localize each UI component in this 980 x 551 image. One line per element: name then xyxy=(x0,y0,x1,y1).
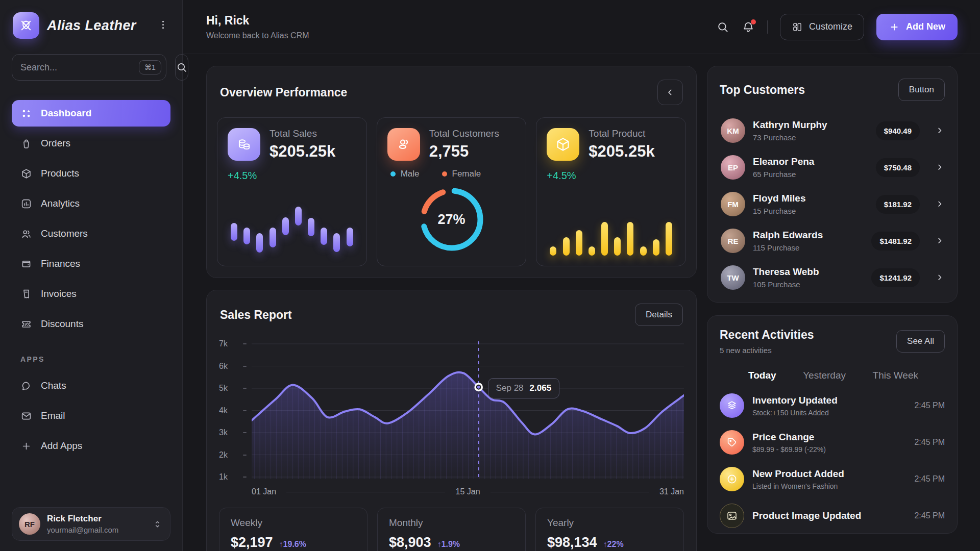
user-meta: Rick Fletcher yourmail@gmail.com xyxy=(47,514,118,534)
layers-icon xyxy=(720,393,744,418)
total-sales-label: Total Sales xyxy=(270,128,335,139)
x-axis-line xyxy=(286,492,445,492)
customer-row[interactable]: RERalph Edwards115 Purchase$1481.92 xyxy=(720,223,945,258)
sidebar-item-orders[interactable]: Orders xyxy=(12,130,170,157)
sales-bar xyxy=(333,233,340,252)
weekly-stat-card: Weekly$2,197↑19.6%Compared to $1,340 las… xyxy=(219,508,368,551)
customer-row[interactable]: FMFloyd Miles15 Purchase$181.92 xyxy=(720,187,945,221)
tag-icon xyxy=(720,430,744,455)
recent-activities-subtitle: 5 new activities xyxy=(720,346,814,355)
search-row: ⌘1 xyxy=(12,54,170,81)
image-icon xyxy=(720,504,744,528)
customize-button[interactable]: Customize xyxy=(780,14,864,40)
product-bar xyxy=(653,239,659,256)
sidebar-item-products[interactable]: Products xyxy=(12,160,170,187)
chevron-right-icon[interactable] xyxy=(935,199,945,209)
sidebar-item-analytics[interactable]: Analytics xyxy=(12,190,170,217)
customer-row[interactable]: TWTheresa Webb105 Purchase$1241.92 xyxy=(720,260,945,295)
y-axis: 7k6k5k4k3k2k1k xyxy=(219,341,252,479)
product-bar xyxy=(563,237,570,256)
top-customers-title: Top Customers xyxy=(720,83,805,97)
total-sales-card: Total Sales $205.25k +4.5% xyxy=(217,117,367,266)
y-tick: 1k xyxy=(219,472,247,482)
y-tick: 2k xyxy=(219,450,247,460)
sidebar-item-label: Finances xyxy=(41,258,80,269)
user-card[interactable]: RF Rick Fletcher yourmail@gmail.com xyxy=(12,507,170,541)
apps-section-label: APPS xyxy=(20,355,162,363)
activity-row[interactable]: Price Change$89.99 - $69.99 (-22%)2:45 P… xyxy=(720,430,945,455)
customer-avatar: EP xyxy=(721,155,745,180)
chevron-right-icon[interactable] xyxy=(935,236,945,246)
activity-title: Inventory Updated xyxy=(752,395,838,406)
product-bar xyxy=(576,230,582,256)
customer-purchases: 15 Purchase xyxy=(753,207,805,215)
user-name: Rick Fletcher xyxy=(47,514,118,524)
box3d-icon xyxy=(20,168,32,180)
sidebar-item-finances[interactable]: Finances xyxy=(12,251,170,277)
overview-title: Overview Performance xyxy=(220,86,347,99)
sidebar-item-customers[interactable]: Customers xyxy=(12,220,170,247)
details-button[interactable]: Details xyxy=(635,304,683,326)
notifications-bell-icon[interactable] xyxy=(742,20,755,34)
search-input[interactable] xyxy=(20,62,139,73)
tooltip-date: Sep 28 xyxy=(496,383,524,393)
sidebar-item-discounts[interactable]: Discounts xyxy=(12,311,170,337)
customers-donut-chart: 27% xyxy=(413,181,490,258)
sales-bar xyxy=(321,228,327,245)
customer-row[interactable]: EPEleanor Pena65 Purchase$750.48 xyxy=(720,150,945,185)
sales-bar xyxy=(347,228,353,246)
sales-bar xyxy=(231,223,237,241)
sales-bar xyxy=(308,218,314,236)
overview-prev-button[interactable] xyxy=(657,80,683,105)
sidebar-item-add-apps[interactable]: Add Apps xyxy=(12,433,170,459)
tab-today[interactable]: Today xyxy=(748,370,776,381)
product-bar xyxy=(589,246,595,256)
customer-row[interactable]: KMKathryn Murphy73 Purchase$940.49 xyxy=(720,113,945,148)
chevron-right-icon[interactable] xyxy=(935,162,945,172)
period-label: Monthly xyxy=(389,517,514,529)
user-email: yourmail@gmail.com xyxy=(47,525,118,534)
dashboard-icon xyxy=(20,108,32,119)
activity-row[interactable]: New Product AddedListed in Women's Fashi… xyxy=(720,467,945,491)
top-customers-button[interactable]: Button xyxy=(898,79,945,101)
chevron-left-icon xyxy=(665,87,676,98)
male-dot xyxy=(390,171,396,177)
tab-this-week[interactable]: This Week xyxy=(873,370,918,381)
activity-row[interactable]: Product Image Updated2:45 PM xyxy=(720,504,945,528)
sidebar-item-label: Invoices xyxy=(41,288,77,299)
recent-activities-title: Recent Activities xyxy=(720,328,814,342)
period-label: Yearly xyxy=(547,517,672,529)
yearly-stat-card: Yearly$98,134↑22%Compared to $76,330 las… xyxy=(535,508,684,551)
chevron-right-icon[interactable] xyxy=(935,272,945,283)
kebab-menu-icon[interactable] xyxy=(157,19,170,32)
legend-female: Female xyxy=(442,169,481,179)
sidebar-item-email[interactable]: Email xyxy=(12,403,170,429)
total-sales-delta: +4.5% xyxy=(228,170,356,182)
sidebar-item-label: Dashboard xyxy=(41,108,91,119)
period-value: $98,134 xyxy=(547,535,597,550)
tab-yesterday[interactable]: Yesterday xyxy=(803,370,846,381)
sidebar-item-dashboard[interactable]: Dashboard xyxy=(12,100,170,127)
chart-tooltip: Sep 28 2.065 xyxy=(488,378,559,398)
sales-line-chart: 7k6k5k4k3k2k1k Sep 28 2.065 xyxy=(219,341,684,479)
sidebar-item-label: Discounts xyxy=(41,318,83,330)
receipt-icon xyxy=(20,288,32,300)
activity-title: Product Image Updated xyxy=(752,510,861,521)
search-input-wrap[interactable]: ⌘1 xyxy=(12,54,166,81)
product-bar xyxy=(601,222,608,256)
see-all-button[interactable]: See All xyxy=(896,330,945,353)
x-tick: 01 Jan xyxy=(252,487,276,496)
search-icon[interactable] xyxy=(716,20,729,34)
add-new-button[interactable]: Add New xyxy=(876,14,958,40)
female-dot xyxy=(442,171,447,177)
sidebar-item-label: Orders xyxy=(41,138,70,149)
activity-title: Price Change xyxy=(752,432,826,443)
chevron-right-icon[interactable] xyxy=(935,126,945,136)
sidebar-item-chats[interactable]: Chats xyxy=(12,372,170,399)
unfold-more-icon[interactable] xyxy=(152,518,163,530)
avatar: RF xyxy=(19,513,40,535)
sidebar-item-invoices[interactable]: Invoices xyxy=(12,281,170,307)
total-customers-value: 2,755 xyxy=(429,142,499,161)
activity-row[interactable]: Inventory UpdatedStock:+150 Units Added2… xyxy=(720,393,945,418)
activity-subtitle: Stock:+150 Units Added xyxy=(752,409,838,417)
